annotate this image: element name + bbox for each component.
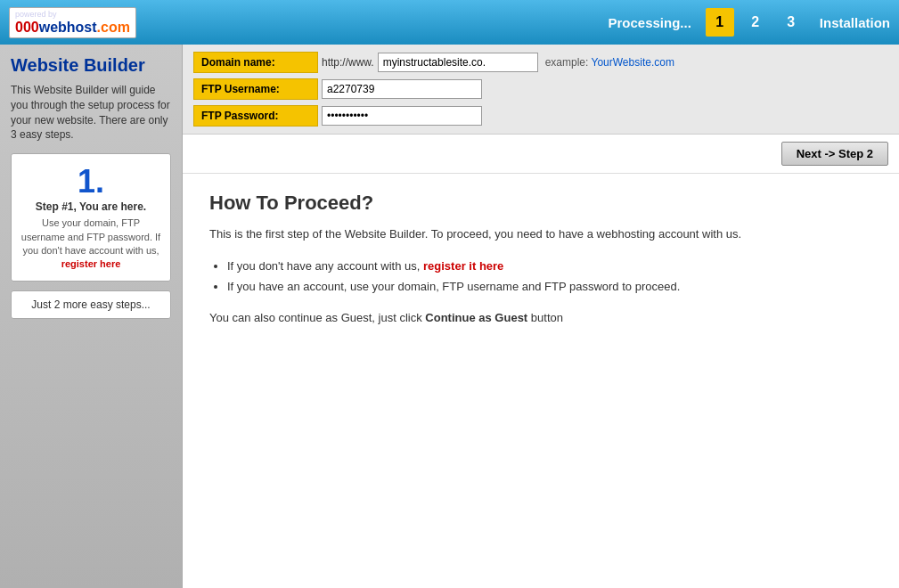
example-link[interactable]: YourWebsite.com xyxy=(592,56,674,69)
step-number: 1. xyxy=(20,163,161,200)
ftp-password-label: FTP Password: xyxy=(193,105,318,127)
ftp-password-row: FTP Password: xyxy=(193,105,888,127)
how-to-proceed: How To Proceed? This is the first step o… xyxy=(183,174,899,588)
register-it-here-link[interactable]: register it here xyxy=(423,259,503,273)
step-2-badge[interactable]: 2 xyxy=(741,8,770,37)
register-here-link[interactable]: register here xyxy=(61,258,121,269)
installation-label: Installation xyxy=(820,15,890,30)
continue-as-guest-text: Continue as Guest xyxy=(425,311,527,324)
logo-com: .com xyxy=(97,20,130,35)
example-text: example: YourWebsite.com xyxy=(545,56,674,69)
step-desc-text: Use your domain, FTP username and FTP pa… xyxy=(21,217,160,256)
logo-webhost: webhost xyxy=(39,20,97,35)
easy-steps-box: Just 2 more easy steps... xyxy=(11,290,171,319)
logo-000: 000 xyxy=(15,20,39,35)
header: powered by 000webhost.com Processing... … xyxy=(0,0,899,45)
logo-area: powered by 000webhost.com xyxy=(9,7,187,38)
domain-row: Domain name: http://www. example: YourWe… xyxy=(193,52,888,73)
proceed-list-item-2: If you have an account, use your domain,… xyxy=(227,276,872,297)
easy-steps-text: Just 2 more easy steps... xyxy=(31,298,150,311)
main: Website Builder This Website Builder wil… xyxy=(0,45,899,588)
step-title: Step #1, You are here. xyxy=(20,200,161,213)
next-button-area: Next -> Step 2 xyxy=(183,135,899,174)
sidebar-desc: This Website Builder will guide you thro… xyxy=(11,83,171,143)
ftp-username-input[interactable] xyxy=(322,79,482,99)
nav-steps: Processing... 1 2 3 Installation xyxy=(608,8,890,37)
proceed-description: This is the first step of the Website Bu… xyxy=(209,225,872,243)
domain-label: Domain name: xyxy=(193,52,318,73)
proceed-list: If you don't have any account with us, r… xyxy=(209,256,872,298)
logo-brand: 000webhost.com xyxy=(15,20,130,36)
domain-prefix: http://www. xyxy=(322,56,374,69)
proceed-list-item-1: If you don't have any account with us, r… xyxy=(227,256,872,276)
ftp-username-label: FTP Username: xyxy=(193,78,318,100)
logo-img: powered by 000webhost.com xyxy=(9,7,136,38)
sidebar-title: Website Builder xyxy=(11,55,171,76)
sidebar: Website Builder This Website Builder wil… xyxy=(0,45,183,588)
proceed-guest: You can also continue as Guest, just cli… xyxy=(209,309,872,327)
proceed-title: How To Proceed? xyxy=(209,192,872,215)
processing-label: Processing... xyxy=(608,15,691,30)
step-description: Use your domain, FTP username and FTP pa… xyxy=(20,216,161,272)
content: Domain name: http://www. example: YourWe… xyxy=(183,45,899,588)
step-3-badge[interactable]: 3 xyxy=(777,8,805,37)
next-step-button[interactable]: Next -> Step 2 xyxy=(781,142,888,166)
step-1-badge[interactable]: 1 xyxy=(706,8,734,37)
ftp-password-input[interactable] xyxy=(322,106,482,126)
form-area: Domain name: http://www. example: YourWe… xyxy=(183,45,899,135)
powered-by-text: powered by xyxy=(15,10,57,19)
domain-input[interactable] xyxy=(378,53,538,72)
step-box: 1. Step #1, You are here. Use your domai… xyxy=(11,153,171,282)
ftp-username-row: FTP Username: xyxy=(193,78,888,100)
